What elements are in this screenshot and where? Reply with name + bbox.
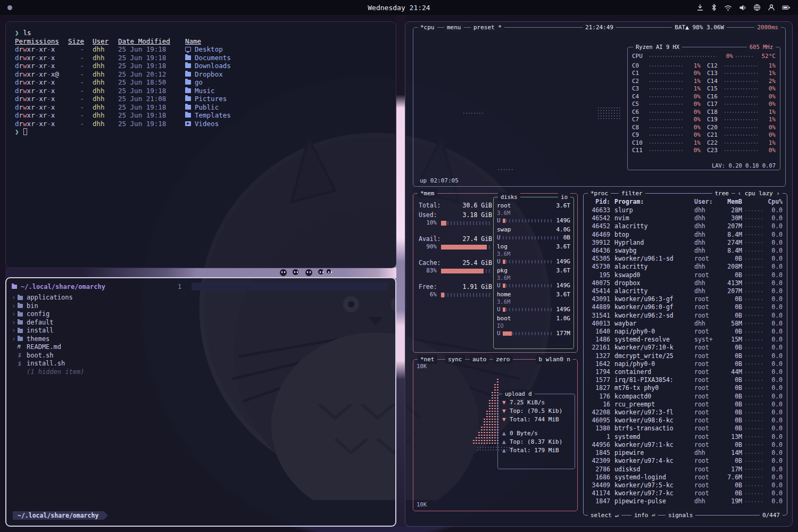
process-row[interactable]: 46452 alacritty dhh 207M 0.0 — [588, 222, 783, 230]
proc-header-pid[interactable]: Pid: — [588, 198, 610, 205]
battery-icon[interactable] — [782, 4, 791, 11]
process-row[interactable]: 1642 napi/phy0-0 root 0B 0.0 — [588, 360, 783, 368]
core-meter — [725, 73, 759, 74]
net-stat-text: Top: (8.37 Kib) — [510, 438, 562, 446]
process-row[interactable]: 195 kswapd0 root 0B 0.0 — [588, 271, 783, 279]
update-interval[interactable]: 2000ms — [754, 23, 781, 32]
process-row[interactable]: 46633 slurp dhh 28M 0.0 — [588, 206, 783, 214]
process-row[interactable]: 42309 kworker/u97:4-kc root 0B 0.0 — [588, 457, 783, 465]
proc-header-cpu[interactable]: Cpu% — [766, 198, 783, 205]
process-row[interactable]: 16 rcu_preempt root 0B 0.0 — [588, 401, 783, 409]
process-row[interactable]: 46095 kworker/u98:6-kc root 0B 0.0 — [588, 417, 783, 425]
disks-io-toggle[interactable]: io — [558, 193, 570, 202]
preset-button[interactable]: preset * — [471, 23, 504, 32]
file-tree-item[interactable]: install.sh — [12, 360, 390, 368]
proc-header-user[interactable]: User: — [694, 198, 720, 205]
process-row[interactable]: 46542 nvim dhh 30M 0.0 — [588, 214, 783, 222]
process-row[interactable]: 2786 udisksd root 17M 0.0 — [588, 466, 783, 473]
process-row[interactable]: 1486 systemd-resolve syst+ 15M 0.0 — [588, 336, 783, 344]
file-tree-item[interactable]: boot.sh — [12, 352, 390, 360]
file-tree-item[interactable]: (1 hidden item) — [12, 368, 390, 377]
net-box-title[interactable]: *net — [418, 355, 437, 364]
process-row[interactable]: 34409 kworker/u97:5-kc root 0B 0.0 — [588, 481, 783, 489]
process-row[interactable]: 45414 alacritty dhh 207M 0.0 — [588, 287, 783, 295]
process-row[interactable]: 44956 kworker/u97:1-kc root 0B 0.0 — [588, 441, 783, 449]
process-row[interactable]: 22161 kworker/u97:10-k root 0B 0.0 — [588, 344, 783, 352]
mem-box-title[interactable]: *mem — [418, 189, 437, 198]
mem-stat-meter — [441, 221, 492, 225]
proc-filter-button[interactable]: filter — [619, 189, 645, 198]
core-row: C23 0% — [707, 147, 776, 155]
workspace-indicator[interactable] — [7, 5, 12, 10]
proc-header-program[interactable]: Program: — [614, 198, 694, 205]
net-interface[interactable]: b wlan0 n — [536, 355, 573, 364]
process-row[interactable]: 39912 Hyprland dhh 274M 0.0 — [588, 239, 783, 247]
process-row[interactable]: 42208 kworker/u97:3-fl root 0B 0.0 — [588, 409, 783, 417]
process-row[interactable]: 1327 dmcrypt_write/25 root 0B 0.0 — [588, 352, 783, 360]
dotted-separator — [745, 355, 762, 356]
disk-used-meter — [503, 308, 553, 311]
proc-box-title[interactable]: *proc — [588, 189, 611, 198]
net-auto-button[interactable]: auto — [470, 355, 489, 364]
terminal-window[interactable]: ❯ls Permissions Size User Date Modified … — [5, 21, 396, 268]
updates-icon[interactable] — [696, 4, 704, 11]
process-row[interactable]: 1827 mt76-tx phy0 root 0B 0.0 — [588, 384, 783, 392]
proc-signals-key[interactable]: signals — [666, 511, 695, 520]
process-row[interactable]: 1686 systemd-logind root 7.6M 0.0 — [588, 473, 783, 481]
bluetooth-icon[interactable] — [711, 4, 717, 11]
proc-header-mem[interactable]: MemB — [720, 198, 742, 205]
user-icon[interactable] — [768, 4, 775, 11]
file-tree-item[interactable]: default — [12, 319, 390, 327]
network-icon[interactable] — [753, 4, 761, 11]
process-row[interactable]: 45305 kworker/u96:1-sd root 0B 0.0 — [588, 255, 783, 263]
proc-tree-toggle[interactable]: tree — [712, 189, 732, 198]
process-row[interactable]: 1 systemd root 13M 0.0 — [588, 433, 783, 441]
process-row[interactable]: 40075 dropbox dhh 413M 0.0 — [588, 279, 783, 287]
process-row[interactable]: 40013 waybar dhh 58M 0.0 — [588, 320, 783, 328]
process-row[interactable]: 31541 kworker/u96:2-sd root 0B 0.0 — [588, 312, 783, 320]
file-icon — [18, 312, 23, 317]
core-meter — [725, 150, 759, 151]
net-zero-button[interactable]: zero — [493, 355, 513, 364]
menu-button[interactable]: menu — [444, 23, 464, 32]
process-row[interactable]: 1640 napi/phy0-0 root 0B 0.0 — [588, 328, 783, 336]
process-row[interactable]: 1794 containerd root 44M 0.0 — [588, 368, 783, 376]
net-stats-title[interactable]: upload d — [502, 389, 535, 398]
process-row[interactable]: 1845 pipewire dhh 14M 0.0 — [588, 449, 783, 457]
net-stat-text: 7.25 KiB/s — [510, 398, 545, 407]
file-tree-item[interactable]: themes — [12, 335, 390, 344]
process-row[interactable]: 41174 kworker/u97:7-kc root 0B 0.0 — [588, 489, 783, 497]
process-row[interactable]: 1847 pipewire-pulse dhh 19M 0.0 — [588, 497, 783, 505]
process-row[interactable]: 46436 swaybg dhh 8.4M 0.0 — [588, 247, 783, 255]
process-row[interactable]: 176 kcompactd0 root 0B 0.0 — [588, 393, 783, 401]
file-tree: applications bin config default — [6, 293, 395, 377]
proc-sort-selector[interactable]: ‹ cpu lazy › — [735, 189, 783, 198]
proc-select-key[interactable]: select ↵ — [588, 511, 621, 520]
file-tree-item[interactable]: bin — [12, 302, 390, 311]
net-sync-button[interactable]: sync — [445, 355, 465, 364]
process-user: dhh — [694, 497, 720, 505]
file-tree-item[interactable]: README.md — [12, 343, 390, 352]
file-manager-window[interactable]: ~/.local/share/omarchy 1 applications bi… — [5, 277, 396, 527]
wifi-icon[interactable] — [724, 4, 732, 11]
file-tree-item[interactable]: install — [12, 327, 390, 335]
cpu-box-title[interactable]: *cpu — [418, 23, 437, 32]
proc-info-key[interactable]: info ⏎ — [631, 511, 658, 520]
process-name: alacritty — [614, 287, 694, 295]
process-row[interactable]: 44889 kworker/u96:0-gf root 0B 0.0 — [588, 303, 783, 311]
disks-box-title[interactable]: disks — [498, 193, 520, 202]
process-cpu: 0.0 — [766, 466, 783, 473]
file-tree-item[interactable]: applications — [12, 294, 390, 302]
process-row[interactable]: 43091 kworker/u96:3-gf root 0B 0.0 — [588, 295, 783, 303]
volume-icon[interactable] — [739, 4, 746, 11]
process-row[interactable]: 1577 irq/81-PIXA3854: root 0B 0.0 — [588, 376, 783, 384]
core-name: C20 — [707, 124, 722, 132]
process-row[interactable]: 1380 btrfs-transactio root 0B 0.0 — [588, 425, 783, 433]
process-row[interactable]: 45730 alacritty dhh 208M 0.0 — [588, 263, 783, 271]
disk-io: 3.6M — [497, 298, 570, 305]
file-tree-item[interactable]: config — [12, 310, 390, 319]
btop-window[interactable]: *cpu menu preset * 21:24:49 BAT▲ 98% 3.0… — [405, 21, 793, 527]
process-row[interactable]: 46469 btop dhh 8.4M 0.0 — [588, 231, 783, 239]
file-permissions: drwxr-xr-x — [15, 54, 68, 62]
process-cpu: 0.0 — [766, 457, 783, 465]
